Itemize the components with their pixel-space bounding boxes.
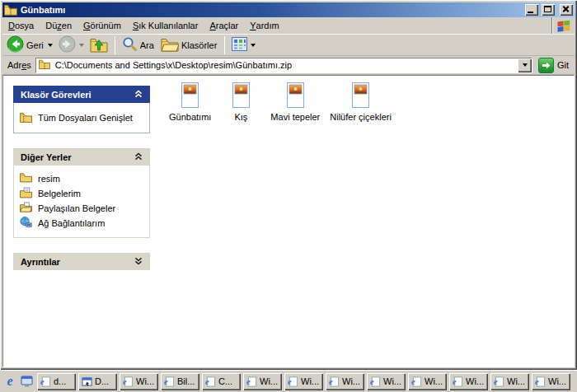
panel-details-header[interactable]: Ayrıntılar [13,253,150,270]
menu-label-part: ık Kullanılanlar [138,21,198,30]
search-button[interactable]: Ara [120,35,157,55]
taskbar-button[interactable]: e d... [37,373,76,390]
task-label: Tüm Dosyaları Genişlet [38,113,133,123]
taskbar-button[interactable]: e Wi... [408,373,447,390]
network-places-icon [20,217,33,230]
svg-text:e: e [370,377,374,386]
taskbar-button[interactable]: e Bil... [161,373,199,390]
menu-dosya[interactable]: Dosya [2,17,40,34]
taskbar-button[interactable]: e Wi... [243,373,282,390]
address-label-part: s [26,60,31,70]
zip-folder-icon [39,58,52,72]
up-folder-icon [90,36,108,54]
taskbar-button[interactable]: e Wi... [449,373,488,390]
taskbar-button[interactable]: D... [78,373,117,390]
taskbar-button-label: Wi... [425,376,443,386]
views-dropdown-caret[interactable] [251,44,256,47]
file-item-kis[interactable]: Kış [216,82,265,122]
forward-button[interactable] [56,35,87,55]
file-list: Günbatımı Kış [153,76,574,366]
internet-explorer-icon[interactable]: e [2,374,17,389]
place-paylasilan-belgeler[interactable]: Paylaşılan Belgeler [20,201,145,216]
menu-label-accel: D [8,21,15,30]
forward-icon [59,35,76,54]
taskbar-button-label: Bil... [177,376,195,386]
toolbar: Geri [2,34,575,56]
svg-text:e: e [535,377,539,386]
minimize-button[interactable] [525,4,538,16]
task-extract-all[interactable]: Tüm Dosyaları Genişlet [20,110,145,125]
window-title: Günbatımı [21,5,522,15]
forward-dropdown-caret[interactable] [79,44,84,47]
windows-logo-icon [551,17,575,34]
task-pane-sidebar: Klasör Görevleri [3,76,153,366]
place-resim[interactable]: resim [20,171,145,186]
go-label: Git [557,60,569,70]
taskbar-button[interactable]: e C... [202,373,241,390]
chevron-double-up-icon [134,90,143,100]
taskbar-button-label: Wi... [301,376,319,386]
menu-gorunum[interactable]: Görünüm [77,17,127,34]
file-label: Kış [234,112,247,122]
toolbar-separator [224,36,225,54]
menu-label-accel: Y [250,21,256,30]
address-input[interactable]: C:\Documents and Settings\x\Desktop\resi… [35,58,532,73]
taskbar-button[interactable]: e Wi... [326,373,364,390]
svg-text:e: e [164,377,168,386]
go-button[interactable]: Git [537,58,572,73]
file-item-nilufer-cicekleri[interactable]: Nilüfer çiçekleri [325,82,396,122]
taskbar-button-label: Wi... [136,376,154,386]
views-button[interactable] [229,35,258,55]
taskbar-button[interactable]: e Wi... [284,373,323,390]
file-label: Nilüfer çiçekleri [330,112,392,122]
panel-details: Ayrıntılar [13,253,150,270]
up-button[interactable] [87,35,110,55]
menu-sik-kullanilanlar[interactable]: Sık Kullanılanlar [127,17,204,34]
back-button[interactable]: Geri [4,35,55,55]
go-arrow-icon [538,58,554,73]
my-documents-icon [20,187,33,200]
place-label: Ağ Bağlantılarım [38,218,105,228]
image-file-icon [229,82,253,110]
image-file-icon [284,82,307,110]
file-item-gunbatimi[interactable]: Günbatımı [164,82,216,122]
explorer-content: Klasör Görevleri [2,75,575,367]
address-dropdown-button[interactable] [518,58,532,72]
search-icon [122,36,138,54]
shared-folder-icon [20,202,33,215]
taskbar-button-label: Wi... [342,376,360,386]
taskbar-button[interactable]: e Wi... [490,373,529,390]
menu-araclar[interactable]: Araçlar [204,17,244,34]
taskbar-button[interactable]: e Wi... [367,373,406,390]
place-belgelerim[interactable]: Belgelerim [20,186,145,201]
menu-duzen[interactable]: Düzen [40,17,77,34]
menu-label-part: örünüm [91,21,121,30]
maximize-button[interactable] [542,4,555,16]
address-bar: Adres C:\Documents and Settings\x\Deskto… [2,56,575,75]
taskbar-button[interactable]: e Wi... [120,373,158,390]
file-label: Mavi tepeler [270,112,320,122]
place-label: resim [38,174,60,184]
close-button[interactable] [560,4,573,16]
chevron-double-up-icon [134,152,143,162]
svg-text:e: e [329,377,333,386]
back-label: Geri [26,40,45,50]
svg-text:e: e [205,377,209,386]
search-label: Ara [140,40,155,50]
taskbar-button-label: Wi... [548,376,566,386]
file-item-mavi-tepeler[interactable]: Mavi tepeler [265,82,325,122]
menu-label-accel: A [209,21,215,30]
titlebar[interactable]: Günbatımı [2,2,575,17]
taskbar-button[interactable]: e Wi... [532,373,570,390]
place-ag-baglantilarim[interactable]: Ağ Bağlantılarım [20,216,145,231]
back-dropdown-caret[interactable] [48,44,53,47]
panel-folder-tasks-header[interactable]: Klasör Görevleri [13,86,150,103]
taskbar-button-label: Wi... [383,376,401,386]
image-file-icon [349,82,373,110]
folders-button[interactable]: Klasörler [158,35,220,55]
panel-other-places-header[interactable]: Diğer Yerler [13,148,150,166]
menu-yardim[interactable]: Yardım [244,17,284,34]
show-desktop-icon[interactable] [20,374,35,389]
menu-bar: Dosya Düzen Görünüm Sık Kullanılanlar Ar… [2,17,575,34]
folder-icon [20,172,33,185]
